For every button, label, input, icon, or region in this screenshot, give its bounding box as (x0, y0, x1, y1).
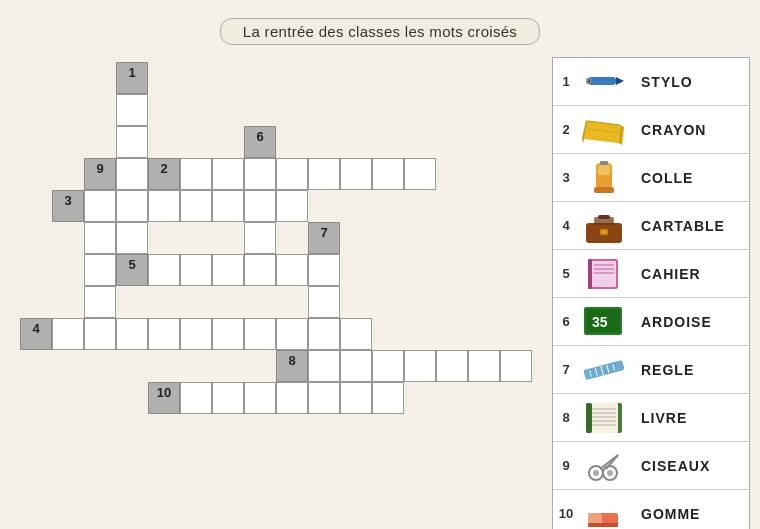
svg-marker-1 (616, 77, 624, 85)
crossword-cell[interactable]: 9 (84, 158, 116, 190)
word-list-item: 5CAHIER (553, 250, 749, 298)
word-number: 1 (553, 74, 575, 89)
word-list-item: 3COLLE (553, 154, 749, 202)
crossword-cell[interactable]: 2 (148, 158, 180, 190)
crossword-cell[interactable] (212, 382, 244, 414)
crossword-cell[interactable] (84, 318, 116, 350)
word-label: LIVRE (633, 410, 687, 426)
stylo-icon (575, 60, 633, 104)
crossword-cell[interactable] (116, 190, 148, 222)
svg-rect-24 (588, 259, 592, 289)
crossword-cell[interactable] (276, 190, 308, 222)
livre-icon (575, 396, 633, 440)
colle-icon (575, 156, 633, 200)
word-list-item: 9CISEAUX (553, 442, 749, 490)
svg-rect-37 (586, 403, 592, 433)
word-list-item: 10GOMME (553, 490, 749, 529)
word-number: 10 (553, 506, 575, 521)
crossword-cell[interactable] (84, 254, 116, 286)
word-label: REGLE (633, 362, 694, 378)
crossword-cell[interactable] (180, 318, 212, 350)
word-label: CRAYON (633, 122, 706, 138)
svg-rect-18 (602, 231, 606, 233)
page-title: La rentrée des classes les mots croisés (220, 18, 540, 45)
crossword-cell[interactable] (308, 158, 340, 190)
word-list-item: 2CRAYON (553, 106, 749, 154)
crossword-cell[interactable] (180, 254, 212, 286)
crossword-cell[interactable] (308, 350, 340, 382)
word-number: 2 (553, 122, 575, 137)
crossword-cell[interactable] (148, 190, 180, 222)
crossword-cell[interactable] (468, 350, 500, 382)
word-label: ARDOISE (633, 314, 712, 330)
crossword-cell[interactable] (52, 318, 84, 350)
crossword-cell[interactable] (84, 222, 116, 254)
crossword-cell[interactable] (372, 158, 404, 190)
crossword-cell[interactable] (404, 158, 436, 190)
crossword-cell[interactable] (84, 286, 116, 318)
crossword-cell[interactable] (116, 94, 148, 126)
crossword-cell[interactable]: 6 (244, 126, 276, 158)
crossword-cell[interactable] (212, 190, 244, 222)
crossword-cell[interactable] (116, 222, 148, 254)
crossword-cell[interactable] (116, 126, 148, 158)
crossword-cell[interactable] (244, 222, 276, 254)
svg-rect-16 (598, 215, 610, 219)
crossword-cell[interactable] (244, 318, 276, 350)
crossword-cell[interactable] (148, 254, 180, 286)
crossword-cell[interactable] (276, 318, 308, 350)
crossword-cell[interactable] (244, 190, 276, 222)
crossword-cell[interactable]: 8 (276, 350, 308, 382)
crossword-cell[interactable]: 3 (52, 190, 84, 222)
crossword-cell[interactable] (116, 318, 148, 350)
crossword-cell[interactable] (180, 158, 212, 190)
crossword-cell[interactable] (340, 350, 372, 382)
crossword-cell[interactable] (212, 158, 244, 190)
crossword-cell[interactable] (84, 190, 116, 222)
cartable-icon (575, 204, 633, 248)
crossword-cell[interactable] (308, 382, 340, 414)
crossword-cell[interactable] (276, 158, 308, 190)
crossword-cell[interactable] (340, 318, 372, 350)
ardoise-icon: 35 (575, 300, 633, 344)
svg-rect-3 (588, 79, 590, 83)
svg-rect-0 (588, 77, 616, 85)
crossword-cell[interactable]: 4 (20, 318, 52, 350)
crossword-cell[interactable]: 7 (308, 222, 340, 254)
crossword-cell[interactable] (276, 254, 308, 286)
crossword-cell[interactable]: 1 (116, 62, 148, 94)
crossword-cell[interactable] (180, 382, 212, 414)
crossword-cell[interactable] (372, 382, 404, 414)
crossword-cell[interactable] (340, 158, 372, 190)
word-label: STYLO (633, 74, 693, 90)
crossword-cell[interactable] (148, 318, 180, 350)
crossword-cell[interactable] (404, 350, 436, 382)
svg-rect-13 (600, 161, 608, 165)
crossword-cell[interactable] (308, 286, 340, 318)
crossword-cell[interactable] (308, 254, 340, 286)
crossword-cell[interactable] (340, 382, 372, 414)
svg-text:35: 35 (592, 314, 608, 330)
word-list-item: 635ARDOISE (553, 298, 749, 346)
crossword-cell[interactable] (244, 382, 276, 414)
crossword-cell[interactable] (276, 382, 308, 414)
crossword-cell[interactable]: 10 (148, 382, 180, 414)
crossword-cell[interactable] (436, 350, 468, 382)
word-list-item: 4CARTABLE (553, 202, 749, 250)
crossword-cell[interactable] (244, 254, 276, 286)
crossword-cell[interactable] (244, 158, 276, 190)
crossword-cell[interactable] (212, 318, 244, 350)
crossword-cell[interactable] (116, 158, 148, 190)
crossword-cell[interactable] (180, 190, 212, 222)
word-number: 6 (553, 314, 575, 329)
word-label: CARTABLE (633, 218, 725, 234)
crossword-cell[interactable]: 5 (116, 254, 148, 286)
svg-point-45 (593, 470, 599, 476)
word-list-item: 7REGLE (553, 346, 749, 394)
word-number: 5 (553, 266, 575, 281)
crossword-cell[interactable] (308, 318, 340, 350)
crayon-icon (575, 108, 633, 152)
crossword-cell[interactable] (212, 254, 244, 286)
crossword-cell[interactable] (372, 350, 404, 382)
crossword-cell[interactable] (500, 350, 532, 382)
